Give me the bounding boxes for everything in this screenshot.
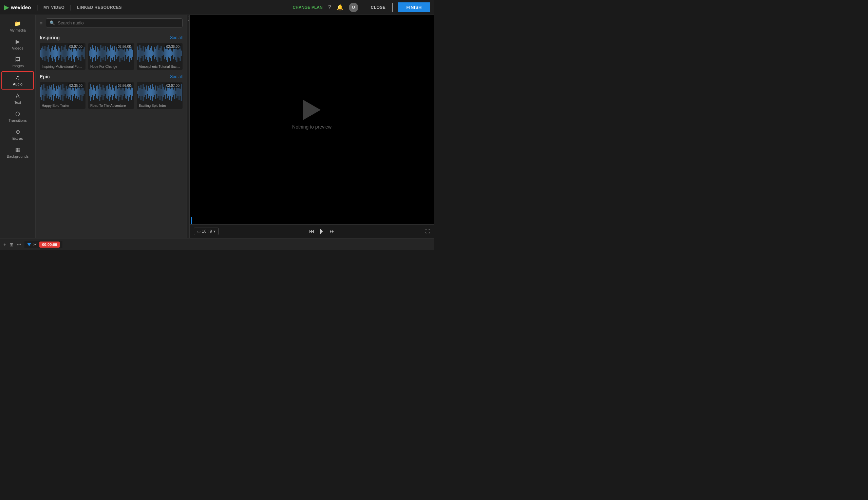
svg-rect-129 bbox=[43, 84, 44, 101]
sidebar-item-extras[interactable]: ⊕ Extras bbox=[1, 126, 34, 143]
grid-icon[interactable]: ⊞ bbox=[10, 242, 14, 247]
svg-rect-231 bbox=[160, 85, 160, 100]
svg-rect-64 bbox=[112, 46, 113, 60]
svg-rect-248 bbox=[178, 88, 178, 96]
nav-divider-2: | bbox=[70, 4, 71, 11]
sidebar-item-audio[interactable]: ♫ Audio bbox=[1, 71, 34, 90]
add-track-icon[interactable]: + bbox=[3, 242, 6, 247]
svg-rect-147 bbox=[63, 84, 64, 101]
svg-rect-83 bbox=[132, 50, 133, 57]
svg-rect-224 bbox=[153, 84, 153, 101]
nav-left: ▶ wevideo | MY VIDEO | LINKED RESOURCES bbox=[4, 4, 122, 11]
help-icon[interactable]: ? bbox=[328, 4, 331, 11]
audio-card-epic-2[interactable]: 02:56:00 Road To The Adventure bbox=[88, 82, 134, 109]
epic-section-header: Epic See all bbox=[40, 74, 182, 79]
sidebar-label-transitions: Transitions bbox=[9, 118, 26, 123]
sidebar-item-my-media[interactable]: 📁 My media bbox=[1, 18, 34, 35]
svg-rect-118 bbox=[173, 47, 174, 59]
search-box[interactable]: 🔍 bbox=[46, 18, 182, 27]
svg-rect-164 bbox=[80, 90, 81, 95]
bell-icon[interactable]: 🔔 bbox=[337, 4, 343, 11]
svg-rect-109 bbox=[164, 47, 165, 59]
skip-back-icon[interactable]: ⏮ bbox=[309, 228, 315, 235]
preview-controls: ▭ 16 : 9 ▾ ⏮ ⏵ ⏭ ⛶ bbox=[190, 224, 434, 238]
sidebar-item-images[interactable]: 🖼 Images bbox=[1, 54, 34, 70]
nav-tab-linked-resources[interactable]: LINKED RESOURCES bbox=[77, 5, 122, 10]
svg-rect-53 bbox=[100, 45, 101, 62]
nav-tab-my-video[interactable]: MY VIDEO bbox=[43, 5, 65, 10]
svg-rect-19 bbox=[60, 52, 61, 55]
play-controls: ⏮ ⏵ ⏭ bbox=[309, 227, 335, 235]
audio-time-2: 02:56:00 bbox=[117, 44, 132, 49]
aspect-ratio-selector[interactable]: ▭ 16 : 9 ▾ bbox=[194, 228, 218, 235]
svg-rect-28 bbox=[70, 50, 70, 57]
svg-rect-176 bbox=[98, 86, 98, 99]
finish-button[interactable]: FINISH bbox=[398, 2, 430, 12]
close-button[interactable]: CLOSE bbox=[364, 3, 393, 12]
svg-rect-48 bbox=[95, 46, 96, 61]
svg-rect-178 bbox=[99, 84, 100, 101]
svg-rect-99 bbox=[154, 52, 154, 55]
sidebar-item-backgrounds[interactable]: ▦ Backgrounds bbox=[1, 144, 34, 161]
epic-see-all[interactable]: See all bbox=[170, 74, 182, 79]
play-button[interactable]: ⏵ bbox=[319, 227, 325, 235]
svg-rect-62 bbox=[110, 45, 111, 62]
scroll-indicator[interactable]: ⋮ bbox=[187, 15, 189, 238]
svg-rect-86 bbox=[139, 45, 140, 62]
svg-rect-81 bbox=[130, 48, 131, 58]
search-input[interactable] bbox=[58, 20, 179, 25]
svg-rect-70 bbox=[119, 50, 119, 56]
svg-rect-145 bbox=[60, 85, 61, 100]
svg-rect-50 bbox=[98, 47, 98, 59]
svg-rect-211 bbox=[138, 86, 139, 98]
svg-rect-244 bbox=[173, 90, 174, 95]
sidebar-item-text[interactable]: A Text bbox=[1, 90, 34, 107]
audio-card-inspiring-2[interactable]: 02:56:00 Hope For Change bbox=[88, 43, 134, 70]
svg-rect-122 bbox=[178, 50, 178, 57]
audio-card-inspiring-1[interactable]: 03:07:00 Inspiring Motivational Fundrais… bbox=[40, 43, 86, 70]
undo-icon[interactable]: ↩ bbox=[17, 242, 21, 247]
aspect-ratio-value: 16 : 9 bbox=[202, 229, 212, 234]
change-plan-link[interactable]: CHANGE PLAN bbox=[293, 5, 323, 10]
search-icon: 🔍 bbox=[49, 20, 55, 25]
svg-rect-79 bbox=[128, 50, 128, 56]
audio-card-epic-1[interactable]: 02:36:00 Happy Epic Trailer bbox=[40, 82, 86, 109]
svg-rect-37 bbox=[79, 50, 80, 57]
svg-rect-55 bbox=[103, 46, 103, 60]
svg-rect-201 bbox=[124, 91, 125, 94]
backgrounds-icon: ▦ bbox=[15, 147, 20, 153]
avatar[interactable]: U bbox=[349, 3, 358, 12]
svg-rect-202 bbox=[125, 86, 126, 98]
svg-rect-95 bbox=[149, 50, 150, 57]
skip-forward-icon[interactable]: ⏭ bbox=[329, 228, 335, 235]
svg-rect-144 bbox=[59, 87, 60, 97]
svg-rect-40 bbox=[83, 49, 83, 57]
svg-rect-133 bbox=[48, 89, 48, 96]
filter-icon[interactable]: ≡ bbox=[40, 20, 42, 26]
svg-rect-1 bbox=[42, 48, 42, 58]
audio-card-inspiring-3[interactable]: 02:36:00 Atmospheric Tutorial Background bbox=[137, 43, 182, 70]
svg-rect-57 bbox=[105, 46, 105, 61]
svg-rect-117 bbox=[172, 52, 173, 55]
my-media-icon: 📁 bbox=[14, 20, 21, 27]
audio-time-5: 02:56:00 bbox=[117, 83, 132, 88]
svg-rect-92 bbox=[146, 49, 147, 57]
svg-rect-125 bbox=[181, 50, 182, 56]
fullscreen-button[interactable]: ⛶ bbox=[425, 229, 430, 234]
inspiring-see-all[interactable]: See all bbox=[170, 35, 182, 40]
chevron-down-icon: ▾ bbox=[213, 229, 215, 234]
inspiring-grid: 03:07:00 Inspiring Motivational Fundrais… bbox=[40, 43, 182, 70]
svg-rect-187 bbox=[109, 84, 110, 101]
svg-rect-218 bbox=[146, 86, 147, 99]
svg-rect-7 bbox=[48, 45, 48, 62]
sidebar-item-videos[interactable]: ▶ Videos bbox=[1, 36, 34, 53]
sidebar-item-transitions[interactable]: ⬡ Transitions bbox=[1, 108, 34, 125]
svg-rect-20 bbox=[61, 46, 62, 61]
extras-icon: ⊕ bbox=[15, 128, 20, 135]
svg-rect-213 bbox=[140, 85, 141, 100]
audio-card-epic-3[interactable]: 02:07:00 Exciting Epic Intro bbox=[137, 82, 182, 109]
sidebar: 📁 My media ▶ Videos 🖼 Images ♫ Audio A T… bbox=[0, 15, 36, 238]
svg-rect-91 bbox=[145, 47, 146, 59]
svg-rect-220 bbox=[148, 86, 149, 98]
svg-rect-126 bbox=[41, 87, 41, 97]
